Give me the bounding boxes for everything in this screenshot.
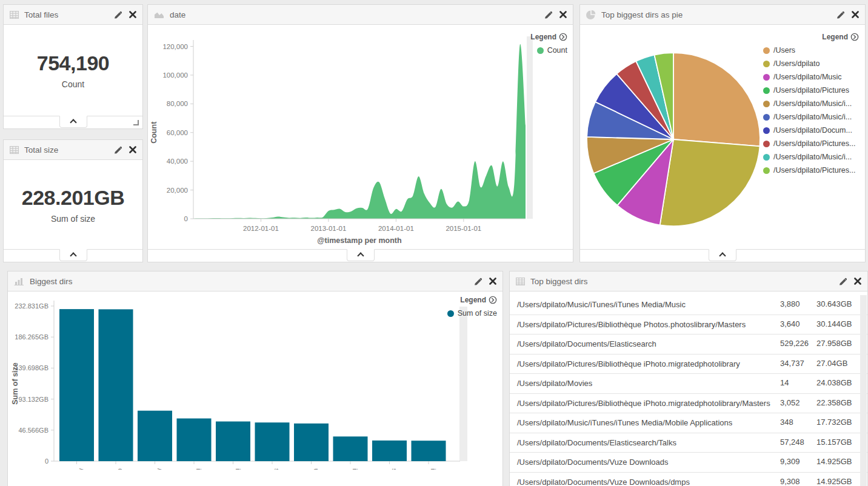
pie-legend-item[interactable]: /Users — [763, 46, 859, 55]
panel-footer — [4, 116, 142, 128]
panel-title: Total files — [24, 10, 58, 19]
legend-toggle[interactable]: Legend — [763, 33, 859, 41]
y-axis-tick-label: 60,000 — [167, 129, 188, 136]
table-icon — [10, 11, 19, 19]
panel-title: Top biggest dirs — [530, 277, 588, 286]
bar[interactable] — [294, 424, 329, 461]
legend-arrow-icon — [850, 33, 859, 41]
legend-title: Legend — [530, 33, 556, 41]
legend-item-label: Count — [547, 46, 567, 55]
cell-size: 30.643GB — [816, 299, 852, 308]
panel-pie: Top biggest dirs as pie Legend /Users/Us… — [579, 4, 866, 262]
pie-legend-item[interactable]: /Users/dpilato/Pictures... — [763, 139, 859, 148]
bar[interactable] — [59, 309, 94, 461]
legend-item-label: /Users — [773, 46, 795, 55]
bar[interactable] — [255, 422, 290, 461]
cell-count: 34,737 — [780, 359, 815, 368]
cell-path: /Users/dpilato/Music/iTunes/iTunes Media… — [517, 299, 776, 310]
collapse-button[interactable] — [347, 249, 375, 261]
legend-toggle[interactable]: Legend — [447, 296, 497, 304]
bar[interactable] — [333, 436, 368, 461]
cell-count: 529,226 — [780, 339, 815, 348]
legend-item-sum-of-size[interactable]: Sum of size — [447, 309, 497, 318]
cell-size: 15.157GB — [816, 438, 852, 447]
edit-pencil-icon[interactable] — [113, 145, 122, 154]
table-row: /Users/dpilato/Music/iTunes/iTunes Media… — [510, 295, 867, 315]
bar[interactable] — [177, 419, 212, 462]
table-row: /Users/dpilato/Pictures/Bibliothèque iPh… — [510, 355, 867, 374]
pie-legend-item[interactable]: /Users/dpilato/Pictures — [763, 86, 859, 95]
table-row: /Users/dpilato/Documents/Vuze Downloads/… — [510, 473, 867, 486]
area-chart[interactable]: 020,00040,00060,00080,000100,000120,0002… — [148, 5, 574, 250]
collapse-button[interactable] — [59, 116, 87, 128]
chevron-up-icon — [70, 252, 76, 259]
pie-slice[interactable] — [673, 53, 760, 146]
metric-value: 228.201GB — [22, 186, 124, 210]
resize-handle[interactable] — [133, 120, 139, 125]
legend-item-label: /Users/dpilato — [773, 59, 820, 68]
close-icon[interactable] — [854, 278, 861, 285]
cell-size: 17.732GB — [816, 418, 852, 427]
panel-date: date 020,00040,00060,00080,000100,000120… — [147, 4, 573, 262]
close-icon[interactable] — [129, 11, 136, 18]
pie-legend-item[interactable]: /Users/dpilato/Music/i... — [763, 99, 859, 108]
area-series-count[interactable] — [193, 44, 526, 219]
y-axis-title: Sum of size — [11, 362, 19, 405]
cell-size: 27.04GB — [816, 359, 847, 368]
x-axis-tick-label: /Users — [78, 468, 85, 470]
legend-item-label: /Users/dpilato/Docum... — [773, 126, 852, 135]
chevron-up-icon — [357, 252, 364, 259]
y-axis-tick-label: 232.831GB — [15, 302, 48, 310]
y-axis-tick-label: 0 — [45, 458, 48, 465]
legend-title: Legend — [822, 33, 848, 41]
bar[interactable] — [138, 411, 172, 461]
x-axis-tick-label: /Music — [156, 468, 164, 470]
bar[interactable] — [99, 309, 133, 461]
cell-size: 22.358GB — [816, 398, 852, 407]
close-icon[interactable] — [129, 146, 136, 153]
bar[interactable] — [216, 422, 250, 462]
table-row: /Users/dpilato/Music/iTunes/iTunes Media… — [510, 413, 867, 433]
edit-pencil-icon[interactable] — [113, 10, 122, 19]
pie-legend-item[interactable]: /Users/dpilato/Docum... — [763, 126, 859, 135]
pie-legend-item[interactable]: /Users/dpilato/Pictures... — [763, 166, 859, 175]
bar[interactable] — [372, 441, 407, 461]
legend-arrow-icon — [489, 296, 497, 304]
x-axis-tick-label: iTunes — [235, 468, 242, 470]
cell-count: 9,309 — [780, 457, 815, 466]
y-axis-tick-label: 120,000 — [162, 43, 188, 50]
cell-size: 14.925GB — [816, 477, 852, 486]
pie-legend-item[interactable]: /Users/dpilato/Music/i... — [763, 153, 859, 161]
edit-pencil-icon[interactable] — [838, 277, 847, 285]
y-axis-tick-label: 0 — [184, 215, 188, 222]
panel-total-files: Total files 754,190 Count — [3, 4, 143, 129]
collapse-button[interactable] — [59, 249, 87, 261]
cell-path: /Users/dpilato/Documents/Vuze Downloads — [517, 457, 776, 468]
cell-size: 24.038GB — [816, 378, 852, 387]
cell-count: 57,248 — [780, 438, 815, 447]
pie-legend-item[interactable]: /Users/dpilato/Music/i... — [763, 113, 859, 121]
chevron-up-icon — [70, 119, 76, 125]
legend-item-label: /Users/dpilato/Pictures... — [773, 139, 855, 148]
cell-size: 14.925GB — [816, 457, 852, 466]
bar-chart[interactable]: 046.566GB93.132GB139.698GB186.265GB232.8… — [8, 271, 504, 470]
cell-path: /Users/dpilato/Documents/Vuze Downloads/… — [517, 477, 776, 486]
pie-slice[interactable] — [660, 139, 760, 226]
metric-body: 228.201GB Sum of size — [4, 160, 142, 249]
legend-arrow-icon — [559, 33, 567, 41]
legend-dot — [763, 61, 770, 67]
x-axis-tick-label: 2014-01-01 — [378, 225, 414, 232]
table-row: /Users/dpilato/Documents/Elasticsearch/T… — [510, 433, 867, 453]
legend-toggle[interactable]: Legend — [530, 33, 567, 41]
collapse-button[interactable] — [709, 249, 736, 261]
legend-dot — [763, 87, 770, 94]
y-axis-tick-label: 100,000 — [162, 72, 188, 79]
x-axis-tick-label: uments — [313, 468, 320, 470]
table-scrollbar[interactable] — [860, 295, 867, 486]
pie-legend-item[interactable]: /Users/dpilato — [763, 59, 859, 68]
legend-item-label: /Users/dpilato/Music/i... — [773, 153, 852, 161]
bar[interactable] — [412, 441, 446, 461]
legend-item-count[interactable]: Count — [530, 46, 567, 55]
pie-legend-item[interactable]: /Users/dpilato/Music — [763, 73, 859, 81]
panel-footer — [148, 249, 573, 262]
